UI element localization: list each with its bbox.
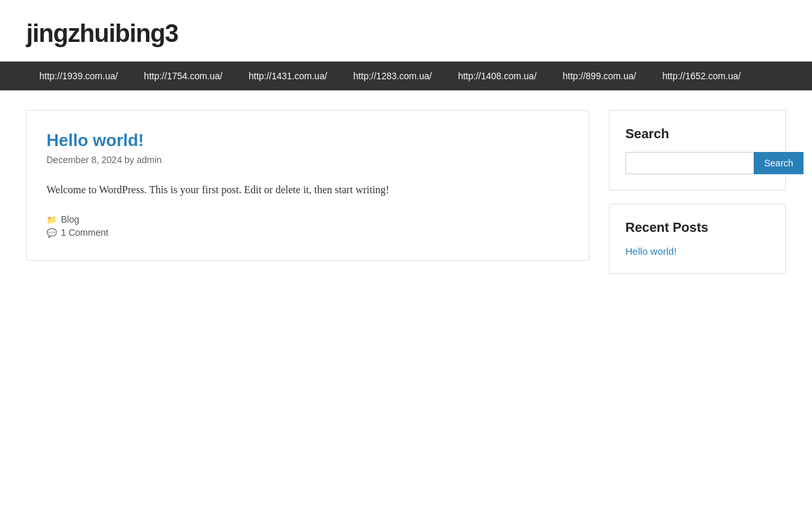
post-title: Hello world! [46,130,569,151]
post-article: Hello world! December 8, 2024 by admin W… [26,110,589,261]
search-input[interactable] [625,152,754,174]
nav-item: http://1754.com.ua/ [131,62,236,90]
recent-posts-list: Hello world! [625,246,769,257]
main-wrapper: Hello world! December 8, 2024 by admin W… [13,90,799,307]
nav-link[interactable]: http://1408.com.ua/ [445,62,549,90]
nav-item: http://1408.com.ua/ [445,62,549,90]
nav-item: http://1283.com.ua/ [341,62,445,90]
nav-item: http://1652.com.ua/ [649,62,754,90]
post-footer: Blog 1 Comment [46,214,569,238]
nav-item: http://899.com.ua/ [549,62,649,90]
post-author-link[interactable]: admin [137,155,162,165]
nav-list: http://1939.com.ua/http://1754.com.ua/ht… [26,62,786,90]
search-form: Search [625,152,769,174]
nav-item: http://1431.com.ua/ [236,62,341,90]
nav-link[interactable]: http://1754.com.ua/ [131,62,236,90]
nav-link[interactable]: http://1283.com.ua/ [341,62,445,90]
nav-item: http://1939.com.ua/ [26,62,131,90]
post-text: Welcome to WordPress. This is your first… [46,181,569,198]
nav-link[interactable]: http://1939.com.ua/ [26,62,131,90]
site-header: jingzhuibing3 [0,0,812,62]
nav-link[interactable]: http://1431.com.ua/ [236,62,341,90]
post-date: December 8, 2024 [46,155,122,165]
post-title-link[interactable]: Hello world! [46,130,144,150]
sidebar: Search Search Recent Posts Hello world! [609,110,786,287]
content: Hello world! December 8, 2024 by admin W… [26,110,589,287]
nav-link[interactable]: http://1652.com.ua/ [649,62,754,90]
search-button[interactable]: Search [754,152,803,174]
recent-posts-widget-title: Recent Posts [625,220,769,235]
post-meta: December 8, 2024 by admin [46,155,569,165]
post-content: Welcome to WordPress. This is your first… [46,181,569,198]
search-widget-title: Search [625,126,769,141]
recent-post-item: Hello world! [625,246,769,257]
nav-link[interactable]: http://899.com.ua/ [549,62,649,90]
site-title: jingzhuibing3 [26,20,786,48]
search-widget: Search Search [609,110,786,191]
post-category: Blog [46,214,569,225]
site-nav: http://1939.com.ua/http://1754.com.ua/ht… [0,62,812,90]
comments-link[interactable]: 1 Comment [61,227,108,238]
post-comments: 1 Comment [46,227,569,238]
recent-post-link[interactable]: Hello world! [625,246,676,257]
post-by: by [124,155,137,165]
category-label: Blog [61,214,79,225]
recent-posts-widget: Recent Posts Hello world! [609,204,786,274]
